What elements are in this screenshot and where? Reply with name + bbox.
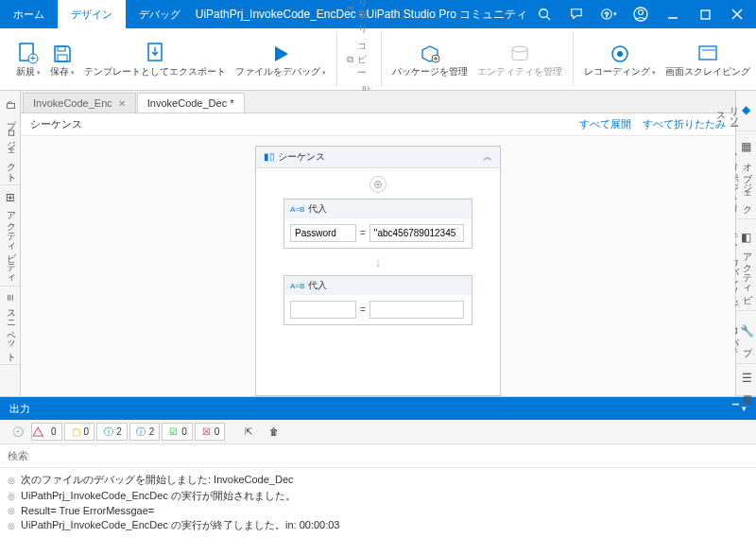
titlebar: ホーム デザイン デバッグ UiPathPrj_InvokeCode_EncDe… — [0, 0, 756, 28]
doc-tab-dec[interactable]: InvokeCode_Dec * — [137, 93, 245, 113]
svg-point-19 — [617, 51, 623, 57]
svg-point-0 — [540, 9, 548, 18]
log-line: UiPathPrj_InvokeCode_EncDec の実行が終了しました。i… — [21, 518, 339, 532]
info-icon: ⓘ — [102, 425, 114, 438]
output-search-input[interactable] — [8, 447, 748, 464]
svg-text:?: ? — [605, 10, 610, 19]
coverage-icon: ◧ — [740, 231, 753, 244]
tab-home[interactable]: ホーム — [0, 0, 58, 28]
help-icon[interactable]: ? ▾ — [593, 0, 624, 28]
assign-var-input[interactable] — [290, 224, 356, 242]
ribbon: +新規 保存 テンプレートとしてエクスポート ファイルをデバッグ ✂切り取り ⧉… — [0, 28, 756, 91]
svg-point-17 — [512, 46, 527, 52]
copy-button[interactable]: ⧉コピー — [343, 38, 375, 81]
fail-icon: ☒ — [200, 425, 213, 438]
svg-text:+: + — [30, 53, 36, 63]
svg-line-1 — [547, 17, 551, 21]
check-icon: ☑ — [167, 425, 180, 438]
right-tab-coverage[interactable]: ◧アクティビティ カバレッジ — [736, 219, 756, 312]
filter-timestamp[interactable]: 🕘 — [6, 423, 29, 441]
output-title: 出力 — [9, 402, 30, 416]
assign-value-input-2[interactable] — [369, 301, 464, 319]
tab-debug[interactable]: デバッグ — [126, 0, 194, 28]
feedback-icon[interactable] — [561, 0, 592, 28]
resource-icon: ◆ — [740, 103, 753, 116]
cut-button[interactable]: ✂切り取り — [343, 0, 375, 37]
trash-icon: 🗑 — [267, 425, 280, 438]
export-icon: ⇱ — [242, 425, 254, 438]
breadcrumb: シーケンス — [30, 117, 82, 131]
repo-icon: ▦ — [740, 140, 753, 153]
doc-tab-enc[interactable]: InvokeCode_Enc✕ — [23, 93, 136, 113]
cut-icon: ✂ — [347, 3, 354, 13]
add-activity-top[interactable]: ⊕ — [369, 176, 387, 193]
minimize-icon[interactable] — [658, 0, 688, 28]
tab-design[interactable]: デザイン — [58, 0, 126, 28]
filter-info[interactable]: ⓘ2 — [96, 423, 128, 441]
assign-activity-2[interactable]: A=B代入 = — [284, 275, 472, 325]
right-tab-outline[interactable]: ☰概要 — [736, 364, 756, 396]
log-line: 次のファイルのデバッグを開始しました: InvokeCode_Dec — [21, 473, 294, 487]
search-icon[interactable] — [529, 0, 559, 28]
left-tab-snippets[interactable]: ≡スニペット — [0, 286, 20, 365]
assign-activity-1[interactable]: A=B代入 = — [284, 199, 472, 249]
filter-success[interactable]: ☑0 — [162, 423, 193, 441]
output-panel: 出力 ▔ ▾ 🕘 ⃤0 ▢0 ⓘ2 ⓘ2 ☑0 ☒0 ⇱ 🗑 ◎次のファイルのデ… — [0, 396, 756, 538]
filter-trace[interactable]: ⓘ2 — [129, 423, 161, 441]
snippet-icon: ≡ — [4, 294, 17, 301]
clear-log-button[interactable]: 🗑 — [262, 423, 285, 441]
right-tab-object-repo[interactable]: ▦オブジェクト リポジトリ — [736, 131, 756, 218]
svg-rect-20 — [699, 46, 716, 60]
right-tab-properties[interactable]: 🔧プロパティ — [736, 311, 756, 364]
maximize-icon[interactable] — [690, 0, 720, 28]
log-line: Result= True ErrorMessgae= — [21, 505, 154, 516]
save-button[interactable]: 保存 — [45, 32, 79, 86]
flow-arrow-icon: ↓ — [375, 254, 382, 269]
new-button[interactable]: +新規 — [11, 32, 45, 86]
manage-entities-button[interactable]: エンティティを管理 — [472, 32, 567, 86]
collapse-all-link[interactable]: すべて折りたたみ — [643, 117, 726, 131]
filter-warn[interactable]: ▢0 — [64, 423, 95, 441]
activity-icon: ⊞ — [4, 193, 17, 202]
error-icon: ⃤ — [37, 425, 49, 438]
filter-error[interactable]: ⃤0 — [31, 423, 62, 441]
trace-icon: ⓘ — [135, 425, 147, 438]
clock-icon: 🕘 — [11, 425, 24, 438]
export-template-button[interactable]: テンプレートとしてエクスポート — [79, 32, 231, 86]
expand-all-link[interactable]: すべて展開 — [579, 117, 631, 131]
left-tab-project[interactable]: 🗀プロジェクト — [0, 91, 20, 185]
svg-point-5 — [639, 10, 644, 15]
assign-var-input-2[interactable] — [290, 301, 356, 319]
warn-icon: ▢ — [70, 425, 82, 438]
svg-rect-7 — [701, 10, 710, 19]
left-sidebar: 🗀プロジェクト ⊞アクティビティ ≡スニペット — [0, 91, 21, 396]
wrench-icon: 🔧 — [740, 323, 753, 338]
user-icon[interactable] — [626, 0, 656, 28]
close-tab-icon[interactable]: ✕ — [118, 98, 126, 109]
screen-scraping-button[interactable]: 画面スクレイピング — [661, 32, 755, 86]
log-line: UiPathPrj_InvokeCode_EncDec の実行が開始されました。 — [21, 489, 296, 503]
output-toolbar: 🕘 ⃤0 ▢0 ⓘ2 ⓘ2 ☑0 ☒0 ⇱ 🗑 — [0, 420, 756, 444]
filter-fail[interactable]: ☒0 — [195, 423, 226, 441]
designer-canvas[interactable]: ▮▯ シーケンス︽ ⊕ A=B代入 = ↓ A=B代入 — [21, 136, 735, 396]
outline-icon: ☰ — [740, 372, 753, 385]
left-tab-activities[interactable]: ⊞アクティビティ — [0, 185, 20, 286]
document-tabs: InvokeCode_Enc✕ InvokeCode_Dec * — [21, 91, 735, 113]
output-log: ◎次のファイルのデバッグを開始しました: InvokeCode_Dec ◎UiP… — [0, 468, 756, 538]
sequence-activity[interactable]: ▮▯ シーケンス︽ ⊕ A=B代入 = ↓ A=B代入 — [255, 146, 501, 396]
right-sidebar: ◆リソース ▦オブジェクト リポジトリ ◧アクティビティ カバレッジ 🔧プロパテ… — [735, 91, 756, 396]
close-icon[interactable] — [722, 0, 752, 28]
recording-button[interactable]: レコーディング — [579, 32, 661, 86]
assign-value-input[interactable] — [369, 224, 464, 242]
svg-rect-14 — [58, 55, 67, 61]
debug-file-button[interactable]: ファイルをデバッグ — [231, 32, 331, 86]
export-log-button[interactable]: ⇱ — [236, 423, 260, 441]
collapse-icon[interactable]: ︽ — [483, 150, 492, 164]
manage-packages-button[interactable]: パッケージを管理 — [387, 32, 472, 86]
right-tab-resources[interactable]: ◆リソース — [736, 91, 756, 131]
folder-icon: 🗀 — [4, 98, 17, 111]
copy-icon: ⧉ — [347, 54, 353, 65]
